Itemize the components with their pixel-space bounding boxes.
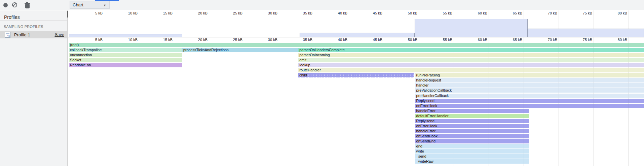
overview-ruler-label: 5 kB: [95, 11, 103, 15]
flame-frame-parseronheaderscomplete[interactable]: parserOnHeadersComplete: [298, 48, 644, 52]
trash-icon[interactable]: [25, 2, 30, 8]
flame-ruler-label: 25 kB: [233, 38, 242, 42]
profiles-sidebar: Profiles SAMPLING PROFILES Profile 1 Sav…: [0, 10, 68, 166]
overview-ruler-label: 50 kB: [408, 11, 417, 15]
flame-frame--root-[interactable]: (root): [69, 43, 644, 47]
flame-frame-handleerror[interactable]: handleError: [415, 129, 529, 133]
flame-ruler-label: 20 kB: [198, 38, 207, 42]
overview-ruler-label: 80 kB: [618, 11, 627, 15]
flame-frame-handlerequest[interactable]: handleRequest: [415, 78, 644, 82]
sidebar-title: Profiles: [4, 14, 20, 20]
gridline-overlay: [629, 43, 629, 166]
flame-ruler-label: 60 kB: [478, 38, 487, 42]
flame-frame-handler[interactable]: handler: [415, 83, 644, 88]
gridline-overlay: [244, 43, 244, 166]
overview-ruler-label: 25 kB: [233, 11, 242, 15]
overview-ruler-label: 45 kB: [373, 11, 382, 15]
flame-frame-prehandlercallback[interactable]: preHandlerCallback: [415, 94, 644, 98]
gridline-overlay: [209, 43, 209, 166]
flame-frame-emit[interactable]: emit: [298, 58, 644, 62]
overview-ruler-label: 70 kB: [548, 11, 557, 15]
overview-ruler-label: 30 kB: [268, 11, 277, 15]
flame-frame--writeraw[interactable]: _writeRaw: [415, 159, 529, 164]
flame-ruler-label: 35 kB: [303, 38, 312, 42]
overview-ruler-label: 35 kB: [303, 11, 312, 15]
toolbar-separator: [21, 2, 21, 8]
heap-flame-chart[interactable]: 5 kB10 kB15 kB20 kB25 kB30 kB35 kB40 kB4…: [68, 10, 644, 166]
sidebar-divider: [0, 20, 67, 21]
flame-frame-child[interactable]: child: [298, 73, 414, 77]
gridline-overlay: [594, 43, 594, 166]
chevron-down-icon: ▼: [103, 4, 106, 7]
profile-label: Profile 1: [14, 32, 30, 37]
flame-ruler-label: 40 kB: [338, 38, 347, 42]
gridline-overlay: [139, 43, 139, 166]
gridline-overlay: [104, 43, 104, 166]
gridline-overlay: [419, 43, 419, 166]
clear-icon[interactable]: [12, 2, 17, 7]
flame-frame-socket[interactable]: Socket: [69, 58, 182, 62]
view-mode-value: Chart: [73, 2, 83, 7]
flame-ruler-label: 75 kB: [583, 38, 592, 42]
gridline-overlay: [454, 43, 454, 166]
flame-frame-onerrorhook[interactable]: onErrorHook: [415, 124, 529, 128]
flame-frame-handleerror[interactable]: handleError: [415, 109, 529, 113]
gridline-overlay: [314, 43, 314, 166]
gridline-overlay: [349, 43, 349, 166]
flame-ruler-label: 15 kB: [163, 38, 173, 42]
flame-frame-lookup[interactable]: lookup: [298, 63, 644, 67]
toolbar: Chart ▼: [0, 0, 644, 10]
sidebar-item-profile-1[interactable]: Profile 1 Save: [0, 31, 67, 38]
flame-frame-end[interactable]: end: [415, 144, 529, 148]
overview-step[interactable]: [528, 29, 644, 37]
overview-ruler-label: 40 kB: [338, 11, 347, 15]
flame-frame-onconnection[interactable]: onconnection: [69, 53, 182, 57]
sampling-profiles-header: SAMPLING PROFILES: [4, 25, 43, 29]
flame-frame-routehandler[interactable]: routeHandler: [298, 68, 644, 72]
flame-frame-onsendhook[interactable]: onSendHook: [415, 134, 529, 138]
flame-ruler-label: 5 kB: [95, 38, 103, 42]
flame-frame-reply-send[interactable]: Reply.send: [415, 119, 529, 123]
flame-frame-write-[interactable]: write_: [415, 149, 529, 154]
record-icon[interactable]: [3, 3, 8, 7]
flame-ruler-label: 80 kB: [618, 38, 627, 42]
view-mode-select[interactable]: Chart ▼: [70, 1, 110, 9]
save-link[interactable]: Save: [55, 32, 65, 37]
overview-resize-handle[interactable]: [67, 11, 68, 18]
gridline-overlay: [559, 43, 559, 166]
flame-frame-readable-on[interactable]: Readable.on: [69, 63, 182, 67]
flame-frame--send[interactable]: _send: [415, 154, 529, 159]
overview-ruler-label: 10 kB: [128, 11, 138, 15]
flame-frame-onerrorhook[interactable]: onErrorHook: [415, 104, 644, 108]
flame-ruler-label: 50 kB: [408, 38, 417, 42]
flame-ruler-label: 10 kB: [128, 38, 138, 42]
gridline-overlay: [524, 43, 524, 166]
flame-frame-reply-send[interactable]: Reply.send: [415, 99, 644, 103]
overview-ruler-label: 60 kB: [478, 11, 487, 15]
overview-ruler-label: 65 kB: [513, 11, 522, 15]
profile-document-icon: [5, 32, 10, 38]
flame-frame-prevalidationcallback[interactable]: preValidationCallback: [415, 88, 644, 93]
flame-frame-parseronincoming[interactable]: parserOnIncoming: [298, 53, 644, 57]
overview-ruler-label: 20 kB: [198, 11, 207, 15]
flame-frame-defaulterrorhandler[interactable]: defaultErrorHandler: [415, 114, 529, 118]
overview-ruler-label: 75 kB: [583, 11, 592, 15]
flame-ruler-label: 55 kB: [443, 38, 452, 42]
flame-ruler-label: 45 kB: [373, 38, 382, 42]
gridline-overlay: [279, 43, 279, 166]
overview-step[interactable]: [300, 33, 414, 37]
overview-ruler-label: 15 kB: [163, 11, 173, 15]
gridline-overlay: [174, 43, 174, 166]
overview-baseline: [68, 37, 644, 37]
flame-frame-callbacktrampoline[interactable]: callbackTrampoline: [69, 48, 182, 52]
flame-frame-runpreparsing[interactable]: runPreParsing: [415, 73, 644, 77]
flame-frame-processticksandrejections[interactable]: processTicksAndRejections: [182, 48, 298, 52]
overview-step[interactable]: [69, 34, 182, 37]
overview-step[interactable]: [415, 19, 528, 37]
flame-ruler-label: 70 kB: [548, 38, 557, 42]
flame-frame-onsendend[interactable]: onSendEnd: [415, 139, 529, 143]
flame-ruler-label: 65 kB: [513, 38, 522, 42]
gridline-overlay: [384, 43, 384, 166]
overview-ruler-label: 55 kB: [443, 11, 452, 15]
gridline-overlay: [489, 43, 489, 166]
